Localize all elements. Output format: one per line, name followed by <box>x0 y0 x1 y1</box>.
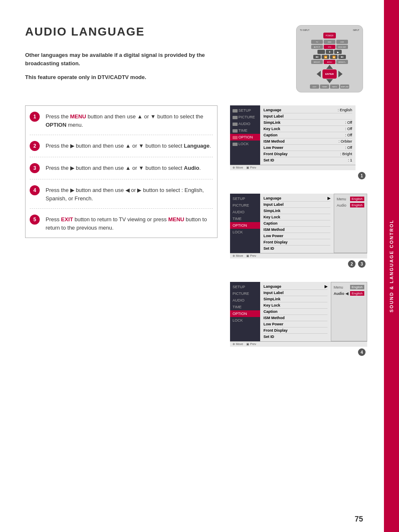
badge-4: 4 <box>358 348 366 356</box>
screenshot-3: SETUP PICTURE AUDIO TIME OPTION LOCK Lan… <box>230 282 367 341</box>
exit-btn[interactable]: EXIT <box>310 84 319 89</box>
menu1-row-caption: Caption : Off <box>263 132 352 138</box>
ff-btn[interactable]: ⏩ <box>330 55 338 59</box>
s3-keylock: Key Lock <box>263 302 327 309</box>
s3-sub-audio: Audio ◀ English <box>334 290 364 297</box>
screenshot-1-wrapper: SETUP PICTURE AUDIO TIME <box>230 105 367 179</box>
s2-sidebar-time: TIME <box>230 215 260 222</box>
menu1-value-lowpower: : Off <box>345 146 352 150</box>
high-def-btn[interactable]: HIGH DEF <box>336 45 348 49</box>
menu3-subpanel: Menu English Audio ◀ English <box>331 282 367 341</box>
menu1-row-keylock: Key Lock : Off <box>263 126 352 132</box>
menu1-row-language: Language : English <box>263 107 352 113</box>
enter-btn[interactable]: ENTER <box>322 69 337 79</box>
s3-sub-menu-label: Menu <box>334 285 343 289</box>
stop-btn[interactable] <box>317 50 325 54</box>
sidebar-setup: SETUP <box>230 107 260 114</box>
s2-caption: Caption <box>263 220 330 227</box>
step-3: 3 Press the ▶ button and then use ▲ or ▼… <box>30 157 213 179</box>
s2-inputlabel: Input Label <box>263 202 330 208</box>
s3-language-label: Language <box>263 284 281 289</box>
s2-sub-audio-value: English <box>350 203 364 207</box>
tv-input-label: TV INPUT <box>300 29 309 31</box>
menu1-row-setid: Set ID : 1 <box>263 157 352 163</box>
step-4-text: Press the ▶ button and then use ◀ or ▶ b… <box>46 185 213 202</box>
s3-footer-prev: ▣ Prev <box>246 343 256 346</box>
s2-language-arrow: ▶ <box>327 196 330 200</box>
ratio-btn[interactable]: RATIO <box>330 84 339 89</box>
rew-btn[interactable]: ⏪ <box>322 55 329 59</box>
menu1-row-ism: ISM Method : Orbiter <box>263 138 352 145</box>
s3-sidebar-setup: SETUP <box>230 284 260 290</box>
s2-footer-move: ⊕ Move <box>233 254 243 258</box>
step-4: 4 Press the ▶ button and then use ◀ or ▶… <box>30 179 213 209</box>
play-btn[interactable]: ▶ <box>334 50 342 54</box>
nav-left-arrow <box>317 71 321 77</box>
menu1-label-setid: Set ID <box>263 158 274 162</box>
s3-sub-audio-value: English <box>350 291 364 296</box>
language-key: Language <box>184 143 210 149</box>
s3-sidebar-option: OPTION <box>230 310 260 317</box>
s3-sidebar-time: TIME <box>230 304 260 310</box>
content-area: 1 Press the MENU button and then use ▲ o… <box>25 105 367 359</box>
s3-footer-move: ⊕ Move <box>233 343 243 346</box>
s2-sidebar-option: OPTION <box>230 222 260 229</box>
step-5-text: Press EXIT button to return to TV viewin… <box>46 215 213 232</box>
std-btn[interactable]: STD <box>324 45 335 49</box>
menu1-footer: ⊕ Move ▣ Prev <box>230 165 356 170</box>
s2-sidebar-audio: AUDIO <box>230 209 260 215</box>
feature-note: This feature operate only in DTV/CADTV m… <box>25 74 284 80</box>
badge-4-container: 4 <box>230 348 366 356</box>
s3-language-arrow: ▶ <box>325 284 327 289</box>
pause-btn[interactable]: ⏸ <box>326 50 333 54</box>
s2-lowpower: Low Power <box>263 233 330 239</box>
badge-1: 1 <box>358 172 366 179</box>
s3-frontdisplay: Front Display <box>263 327 327 334</box>
menu1-value-simplink: : Off <box>345 120 352 125</box>
s3-sidebar-audio: AUDIO <box>230 297 260 304</box>
s2-sub-menu: Menu English <box>337 196 364 202</box>
s3-ism: ISM Method <box>263 315 327 321</box>
s2-sidebar-lock: LOCK <box>230 229 260 235</box>
bright-right-btn[interactable]: BRIGHT+ <box>336 60 348 64</box>
s3-simplink: SimpLink <box>263 296 327 302</box>
power-button[interactable]: POWER <box>323 33 336 38</box>
screenshot-2-wrapper: SETUP PICTURE AUDIO TIME OPTION LOCK Lan… <box>230 194 367 268</box>
sidebar-time: TIME <box>230 127 260 134</box>
menu1-row-lowpower: Low Power : Off <box>263 145 352 151</box>
skip-btn[interactable]: ⏭ <box>338 55 346 59</box>
menu-btn[interactable]: MENU <box>324 60 335 64</box>
menu1-row-simplink: SimpLink : Off <box>263 120 352 126</box>
menu1-label-simplink: SimpLink <box>263 120 281 125</box>
s2-sub-menu-label: Menu <box>337 197 346 201</box>
tv-btn[interactable]: TV <box>311 40 323 44</box>
menu1-value-ism: : Orbiter <box>338 139 352 143</box>
page-container: AUDIO LANGUAGE Other languages may be av… <box>0 0 399 532</box>
step-2-number: 2 <box>30 141 40 151</box>
s2-frontdisplay: Front Display <box>263 239 330 246</box>
s3-sub-menu-value: English <box>350 285 364 289</box>
s3-sub-menu: Menu English <box>334 284 364 290</box>
step-3-text: Press the ▶ button and then use ▲ or ▼ b… <box>46 163 201 172</box>
audio-key: Audio <box>184 165 200 171</box>
simplink-btn[interactable]: SIMPLINK <box>340 84 349 89</box>
remote-control: TV INPUT INPUT POWER TV DVD VCR AUTO P S… <box>296 25 363 92</box>
step-2-text: Press the ▶ button and then use ▲ or ▼ b… <box>46 141 211 150</box>
badge-2: 2 <box>348 260 356 268</box>
menu1-label-inputlabel: Input Label <box>263 114 284 118</box>
sidebar-option-active: OPTION <box>230 134 260 141</box>
s3-inputlabel: Input Label <box>263 290 327 296</box>
menu2-main: Language ▶ Input Label SimpLink Key Lock… <box>260 194 334 253</box>
dvd-btn[interactable]: DVD <box>324 40 335 44</box>
sidebar-text: SOUND & LANGUAGE CONTROL <box>389 220 394 312</box>
s3-setid: Set ID <box>263 334 327 340</box>
prev-btn[interactable]: ⏮ <box>313 55 321 59</box>
s2-sidebar-setup: SETUP <box>230 195 260 202</box>
bright-left-btn[interactable]: BRIGHT- <box>311 60 323 64</box>
main-content: AUDIO LANGUAGE Other languages may be av… <box>0 0 384 532</box>
autop-btn[interactable]: AUTO P <box>311 45 323 49</box>
timer-btn[interactable]: TIMER <box>320 84 329 89</box>
s2-sidebar-picture: PICTURE <box>230 202 260 209</box>
sidebar-picture: PICTURE <box>230 114 260 120</box>
vcr-btn[interactable]: VCR <box>336 40 348 44</box>
